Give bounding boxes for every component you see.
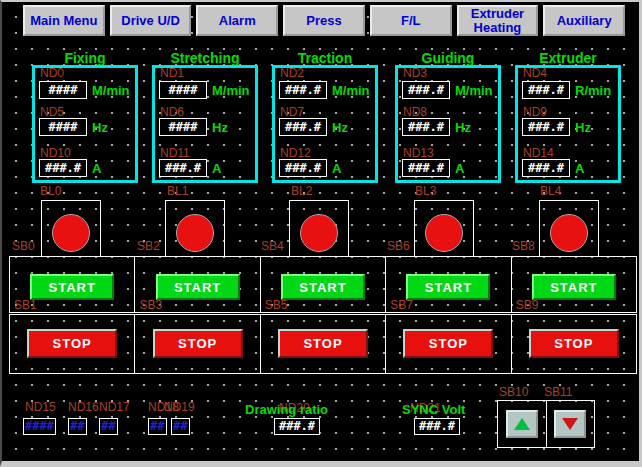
numeric-display: ###.# <box>279 81 327 99</box>
stop-button-guiding[interactable]: STOP <box>403 329 493 358</box>
stop-cell-fixing: STOP <box>10 315 135 373</box>
drawing-ratio-display: ###.# <box>274 418 320 435</box>
button-id-label: SB5 <box>265 298 288 312</box>
numeric-display: ###.# <box>39 159 87 177</box>
numeric-display: ## <box>171 418 190 435</box>
sync-adjust-group <box>497 400 595 448</box>
numeric-display: ## <box>99 418 118 435</box>
unit-label: M/min <box>212 83 250 98</box>
fl-button[interactable]: F/L <box>370 5 452 36</box>
numeric-display: ## <box>68 418 87 435</box>
start-button-traction[interactable]: START <box>281 274 365 300</box>
unit-label: A <box>455 161 464 176</box>
run-lamp-cell-fixing <box>41 200 101 257</box>
stop-cell-guiding: STOP <box>386 315 511 373</box>
stop-cell-traction: STOP <box>261 315 386 373</box>
stop-button-stretching[interactable]: STOP <box>153 329 243 358</box>
unit-label: Hz <box>92 120 108 135</box>
nd-id-label: ND9 <box>523 105 547 119</box>
start-cell-stretching: START SB3 <box>135 257 260 312</box>
nd-id-label: ND2 <box>280 66 304 80</box>
increase-button[interactable] <box>506 410 538 438</box>
stop-button-fixing[interactable]: STOP <box>27 329 117 358</box>
start-cell-fixing: START SB1 <box>10 257 135 312</box>
button-id-label: SB0 <box>12 239 35 253</box>
display-group-fixing: ND0 #### M/min ND5 #### Hz ND10 ###.# A <box>32 65 138 183</box>
nd-id-label: ND6 <box>160 105 184 119</box>
display-group-guiding: ND3 ###.# M/min ND8 ###.# Hz ND13 ###.# … <box>395 65 501 183</box>
down-button-cell <box>547 401 595 447</box>
section-title-stretching: Stretching <box>152 50 258 66</box>
decrease-button[interactable] <box>554 410 586 438</box>
button-id-label: SB11 <box>544 385 572 399</box>
start-button-extruder[interactable]: START <box>532 274 616 300</box>
numeric-display: ## <box>148 418 167 435</box>
button-id-label: SB8 <box>512 239 535 253</box>
start-cell-traction: START SB5 <box>261 257 386 312</box>
main-menu-button[interactable]: Main Menu <box>23 5 105 36</box>
unit-label: Hz <box>332 120 348 135</box>
alarm-button[interactable]: Alarm <box>196 5 278 36</box>
section-title-guiding: Guiding <box>395 50 501 66</box>
numeric-display: #### <box>159 81 207 99</box>
nd-id-label: ND10 <box>40 146 71 160</box>
unit-label: A <box>92 161 101 176</box>
numeric-display: #### <box>159 118 207 136</box>
lamp-id-label: BL3 <box>415 184 436 198</box>
stop-button-traction[interactable]: STOP <box>278 329 368 358</box>
nd-id-label: ND1 <box>160 66 184 80</box>
sync-volt-label: SYNC Volt <box>402 402 465 417</box>
section-title-traction: Traction <box>272 50 378 66</box>
nd-id-label: ND17 <box>99 400 130 414</box>
drive-ud-button[interactable]: Drive U/D <box>110 5 192 36</box>
start-button-guiding[interactable]: START <box>406 274 490 300</box>
drawing-ratio-label-group: ND20 Drawing ratio <box>245 400 328 418</box>
start-button-band: START SB1 START SB3 START SB5 START SB7 … <box>9 256 637 313</box>
display-group-stretching: ND1 #### M/min ND6 #### Hz ND11 ###.# A <box>152 65 258 183</box>
start-button-stretching[interactable]: START <box>156 274 240 300</box>
numeric-display: ###.# <box>522 159 570 177</box>
numeric-display: ###.# <box>402 118 450 136</box>
nd-id-label: ND7 <box>280 105 304 119</box>
stop-button-extruder[interactable]: STOP <box>529 329 619 358</box>
section-title-extruder: Extruder <box>515 50 621 66</box>
unit-label: A <box>575 161 584 176</box>
numeric-display: ###.# <box>402 159 450 177</box>
unit-label: Hz <box>455 120 471 135</box>
unit-label: M/min <box>332 83 370 98</box>
lamp-id-label: BL0 <box>40 184 61 198</box>
up-arrow-icon <box>514 418 530 430</box>
nd-id-label: ND8 <box>403 105 427 119</box>
auxiliary-button[interactable]: Auxiliary <box>543 5 625 36</box>
run-lamp-cell-extruder <box>539 200 599 257</box>
lamp-id-label: BL2 <box>291 184 312 198</box>
press-button[interactable]: Press <box>283 5 365 36</box>
button-id-label: SB3 <box>139 298 162 312</box>
unit-label: Hz <box>575 120 591 135</box>
numeric-display: #### <box>39 118 87 136</box>
numeric-display: #### <box>23 418 56 435</box>
run-lamp-cell-traction <box>289 200 349 257</box>
button-id-label: SB1 <box>14 298 37 312</box>
display-group-traction: ND2 ###.# M/min ND7 ###.# Hz ND12 ###.# … <box>272 65 378 183</box>
start-cell-guiding: START SB7 <box>386 257 511 312</box>
button-id-label: SB6 <box>387 239 410 253</box>
run-lamp-icon <box>52 214 90 252</box>
unit-label: M/min <box>455 83 493 98</box>
down-arrow-icon <box>562 418 578 430</box>
button-id-label: SB9 <box>516 298 539 312</box>
nd-id-label: ND19 <box>164 400 195 414</box>
numeric-display: ###.# <box>279 159 327 177</box>
drawing-ratio-label: Drawing ratio <box>245 402 328 417</box>
extruder-heating-button[interactable]: Extruder Heating <box>457 5 539 36</box>
unit-label: A <box>212 161 221 176</box>
start-button-fixing[interactable]: START <box>30 274 114 300</box>
button-id-label: SB4 <box>261 239 284 253</box>
button-id-label: SB7 <box>390 298 413 312</box>
lamp-id-label: BL1 <box>167 184 188 198</box>
nd-id-label: ND3 <box>403 66 427 80</box>
numeric-display: ###.# <box>402 81 450 99</box>
nd-id-label: ND15 <box>25 400 56 414</box>
nd-id-label: ND16 <box>68 400 99 414</box>
nd-id-label: ND12 <box>280 146 311 160</box>
